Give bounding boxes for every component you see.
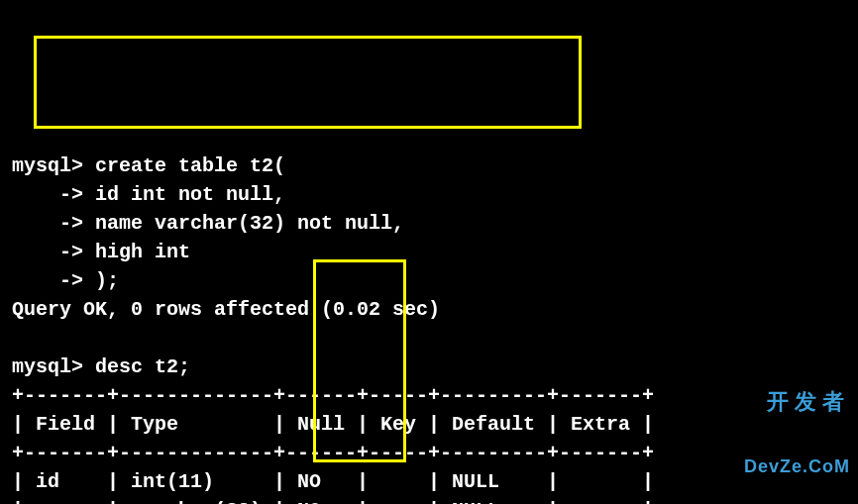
prompt: mysql> — [12, 154, 83, 177]
table-row: | name | varchar(32) | NO | | NULL | | — [12, 499, 654, 504]
cont-prompt: -> — [12, 183, 83, 206]
terminal-output: mysql> create table t2( -> id int not nu… — [12, 123, 846, 504]
cont-prompt: -> — [12, 269, 83, 292]
highlight-create-columns — [34, 36, 582, 129]
watermark: 开发者 DevZe.CoM — [744, 347, 850, 499]
cmd-line: id int not null, — [83, 183, 285, 206]
cont-prompt: -> — [12, 212, 83, 235]
cmd-line: high int — [83, 241, 190, 263]
prompt: mysql> — [12, 355, 83, 378]
watermark-en: DevZe.CoM — [744, 457, 850, 477]
table-border: +-------+-------------+------+-----+----… — [12, 384, 654, 407]
cmd-create: create table t2( — [83, 154, 285, 177]
cmd-desc: desc t2; — [83, 355, 190, 378]
cmd-line: ); — [83, 269, 119, 292]
table-border: +-------+-------------+------+-----+----… — [12, 442, 654, 464]
query-result: Query OK, 0 rows affected (0.02 sec) — [12, 298, 440, 321]
cmd-line: name varchar(32) not null, — [83, 212, 404, 235]
cont-prompt: -> — [12, 241, 83, 263]
watermark-cn: 开发者 — [744, 390, 850, 414]
table-row: | id | int(11) | NO | | NULL | | — [12, 470, 654, 493]
table-header: | Field | Type | Null | Key | Default | … — [12, 413, 654, 436]
